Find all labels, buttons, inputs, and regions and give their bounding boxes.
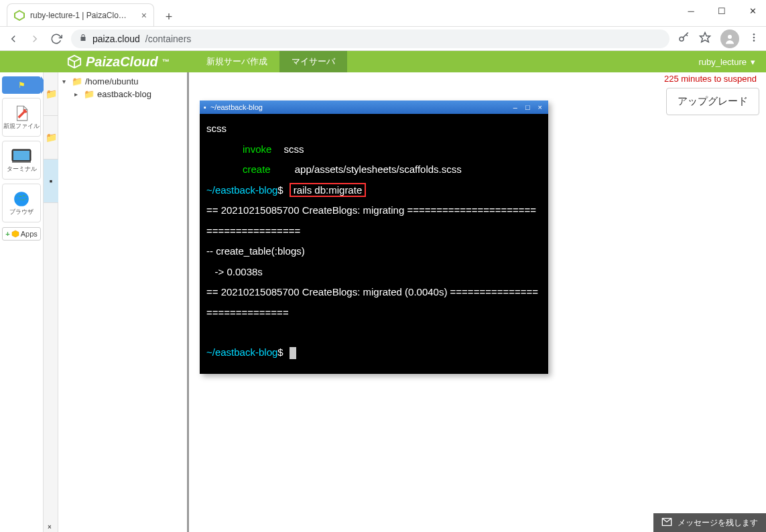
terminal-body[interactable]: scss invoke scss create app/assets/style… bbox=[200, 114, 548, 374]
terminal-maximize-icon[interactable]: □ bbox=[523, 103, 532, 111]
term-out: == 20210215085700 CreateBlogs: migrated … bbox=[206, 286, 538, 318]
user-name: ruby_lecture bbox=[698, 57, 747, 67]
lock-icon bbox=[79, 34, 87, 44]
svg-marker-13 bbox=[12, 230, 19, 237]
tab-close-icon[interactable]: × bbox=[141, 10, 147, 21]
tab-title: ruby-lecture-1 | PaizaCloud - Inst bbox=[30, 11, 131, 20]
new-tab-button[interactable]: + bbox=[159, 7, 178, 26]
browser-titlebar: ruby-lecture-1 | PaizaCloud - Inst × + ─… bbox=[0, 0, 766, 27]
reload-icon[interactable] bbox=[50, 32, 63, 46]
workspace: ⚑ 新規ファイル ターミナル ブラウザ + bbox=[0, 72, 766, 532]
toolbar-right bbox=[678, 29, 759, 48]
folder-icon: 📁 bbox=[72, 76, 82, 86]
browser-toolbar: paiza.cloud/containers bbox=[0, 27, 766, 51]
launcher-new-file-label: 新規ファイル bbox=[3, 122, 40, 131]
file-icon bbox=[11, 105, 31, 122]
apps-button[interactable]: + Apps bbox=[2, 227, 41, 241]
terminal-titlebar[interactable]: ▪ ~/eastback-blog – □ × bbox=[200, 101, 548, 114]
chevron-down-icon: ▾ bbox=[62, 78, 69, 85]
tree-node-label: eastback-blog bbox=[97, 89, 151, 99]
minimize-icon[interactable]: ─ bbox=[682, 4, 700, 17]
app-topbar: PaizaCloud™ 新規サーバ作成 マイサーバ ruby_lecture ▾ bbox=[0, 51, 766, 72]
tree-node-label: /home/ubuntu bbox=[85, 76, 139, 86]
menu-icon[interactable] bbox=[749, 32, 759, 46]
cube-icon bbox=[11, 230, 19, 238]
logo[interactable]: PaizaCloud™ bbox=[0, 54, 194, 70]
launcher-browser-label: ブラウザ bbox=[9, 208, 34, 216]
dock-close-icon[interactable]: × bbox=[48, 523, 52, 531]
term-command-highlight: rails db:migrate bbox=[290, 183, 367, 197]
svg-point-6 bbox=[753, 40, 755, 42]
svg-rect-11 bbox=[13, 151, 29, 160]
launcher: ⚑ 新規ファイル ターミナル ブラウザ + bbox=[0, 72, 44, 532]
term-line: scss bbox=[206, 123, 227, 134]
terminal-icon bbox=[11, 147, 31, 165]
terminal-title-icon: ▪ bbox=[204, 103, 206, 111]
svg-rect-10 bbox=[12, 161, 31, 163]
dock-item-terminal[interactable]: ▪× bbox=[44, 159, 58, 203]
apps-label: Apps bbox=[21, 230, 38, 238]
launcher-terminal-label: ターミナル bbox=[7, 165, 37, 174]
suspend-text: 225 minutes to suspend bbox=[661, 72, 759, 85]
forward-icon bbox=[28, 32, 42, 46]
dock-item-files[interactable]: 📁× bbox=[44, 72, 58, 116]
term-prompt-sym: $ bbox=[277, 184, 283, 196]
my-server-button[interactable]: マイサーバ bbox=[279, 51, 347, 72]
terminal-title-text: ~/eastback-blog bbox=[210, 103, 507, 111]
tree-node-child[interactable]: ▸ 📁 eastback-blog bbox=[62, 88, 183, 101]
globe-icon bbox=[11, 190, 31, 208]
address-bar[interactable]: paiza.cloud/containers bbox=[71, 29, 669, 48]
star-icon[interactable] bbox=[699, 31, 711, 46]
message-bar-text: メッセージを残します bbox=[678, 517, 758, 529]
term-invoke: invoke bbox=[243, 143, 271, 155]
svg-point-5 bbox=[753, 36, 755, 38]
new-server-button[interactable]: 新規サーバ作成 bbox=[194, 51, 279, 72]
term-arg: app/assets/stylesheets/scaffolds.scss bbox=[295, 163, 462, 175]
chevron-down-icon: ▾ bbox=[751, 57, 755, 67]
folder-icon: 📁 bbox=[84, 89, 94, 99]
browser-tab[interactable]: ruby-lecture-1 | PaizaCloud - Inst × bbox=[7, 3, 154, 26]
mail-icon bbox=[661, 517, 672, 529]
upgrade-button[interactable]: アップグレード bbox=[666, 88, 759, 115]
tree-node-root[interactable]: ▾ 📁 /home/ubuntu bbox=[62, 75, 183, 88]
canvas: 225 minutes to suspend アップグレード ▪ ~/eastb… bbox=[189, 72, 766, 532]
back-icon[interactable] bbox=[7, 32, 20, 46]
launcher-new-file[interactable]: 新規ファイル bbox=[2, 98, 41, 137]
term-out: == 20210215085700 CreateBlogs: migrating… bbox=[206, 204, 536, 237]
close-icon[interactable]: ✕ bbox=[743, 4, 762, 17]
terminal-minimize-icon[interactable]: – bbox=[511, 103, 519, 111]
chevron-right-icon: ▸ bbox=[74, 90, 81, 98]
url-path: /containers bbox=[145, 34, 191, 44]
page: PaizaCloud™ 新規サーバ作成 マイサーバ ruby_lecture ▾… bbox=[0, 51, 766, 532]
user-menu[interactable]: ruby_lecture ▾ bbox=[688, 57, 766, 67]
file-tree: ▾ 📁 /home/ubuntu ▸ 📁 eastback-blog bbox=[58, 72, 189, 532]
avatar-icon[interactable] bbox=[720, 29, 739, 48]
svg-marker-2 bbox=[700, 32, 710, 42]
logo-text: PaizaCloud bbox=[86, 54, 158, 70]
dock-item-files-2[interactable]: 📁× bbox=[44, 116, 58, 159]
dock: 📁× 📁× ▪× bbox=[44, 72, 58, 532]
window-controls: ─ ☐ ✕ bbox=[682, 4, 762, 17]
favicon-icon bbox=[14, 10, 25, 21]
flag-icon: ⚑ bbox=[18, 80, 25, 90]
url-host: paiza.cloud bbox=[92, 34, 140, 44]
terminal-window[interactable]: ▪ ~/eastback-blog – □ × scss invoke scss… bbox=[200, 101, 548, 374]
launcher-browser[interactable]: ブラウザ bbox=[2, 184, 41, 222]
term-prompt: ~/eastback-blog bbox=[206, 184, 277, 196]
launcher-terminal[interactable]: ターミナル bbox=[2, 141, 41, 180]
term-arg: scss bbox=[283, 143, 304, 155]
terminal-close-icon[interactable]: × bbox=[536, 103, 544, 111]
term-prompt: ~/eastback-blog bbox=[206, 346, 277, 358]
term-out: -> 0.0038s bbox=[206, 266, 263, 277]
message-bar[interactable]: メッセージを残します bbox=[653, 513, 766, 532]
term-out: -- create_table(:blogs) bbox=[206, 245, 305, 257]
right-overlay: 225 minutes to suspend アップグレード bbox=[661, 72, 759, 115]
cursor-icon bbox=[290, 347, 296, 359]
key-icon[interactable] bbox=[678, 31, 690, 46]
launcher-server-flag[interactable]: ⚑ bbox=[2, 76, 41, 94]
svg-point-4 bbox=[753, 34, 755, 36]
term-create: create bbox=[243, 163, 271, 175]
maximize-icon[interactable]: ☐ bbox=[712, 4, 731, 17]
svg-point-3 bbox=[728, 35, 732, 39]
svg-marker-0 bbox=[15, 11, 24, 20]
